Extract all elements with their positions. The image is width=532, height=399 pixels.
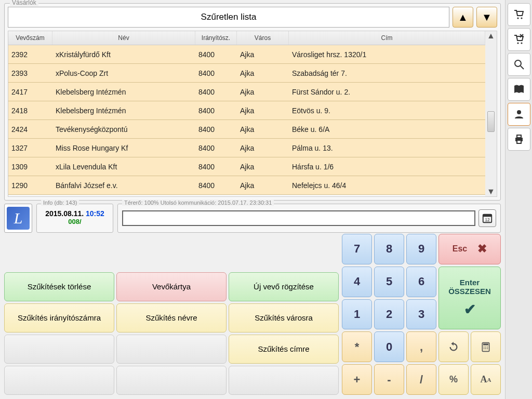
cell-city: Ajka (237, 144, 289, 152)
key-font[interactable]: AA (471, 364, 501, 395)
empty-button-5[interactable] (229, 366, 339, 395)
table-scrollbar[interactable]: ▲ ▼ (485, 31, 497, 196)
cell-zip: 8400 (195, 125, 237, 134)
logo-icon: L (7, 207, 30, 230)
scroll-down-icon[interactable]: ▼ (487, 187, 495, 196)
key-8[interactable]: 8 (374, 234, 404, 264)
col-zip[interactable]: Irányítósz. (195, 31, 237, 45)
svg-point-17 (515, 60, 521, 66)
col-id[interactable]: Vevőszám (8, 31, 52, 45)
calendar-icon: 12 (482, 212, 493, 224)
cell-name: Klebelsberg Intézmén (52, 88, 195, 96)
cart-remove-icon (513, 33, 525, 46)
cart-remove-button[interactable] (508, 28, 530, 51)
scroll-thumb[interactable] (487, 111, 495, 132)
cell-zip: 8400 (195, 163, 237, 171)
scroll-up-icon[interactable]: ▲ (487, 31, 495, 41)
cell-zip: 8400 (195, 50, 237, 59)
cell-id: 2417 (8, 88, 52, 96)
cell-city: Ajka (237, 88, 289, 96)
filter-addr-button[interactable]: Szűkítés címre (229, 335, 339, 364)
table-row[interactable]: 1327Miss Rose Hungary Kf8400AjkaPálma u.… (8, 139, 485, 157)
key-1[interactable]: 1 (342, 299, 372, 330)
key-enter[interactable]: Enter ÖSSZESEN ✔ (438, 267, 501, 330)
customer-card-button[interactable]: Vevőkártya (116, 272, 227, 301)
svg-point-9 (485, 348, 486, 349)
empty-button-1[interactable] (4, 335, 114, 364)
cell-name: xLila Levendula Kft (52, 163, 195, 171)
key-plus[interactable]: + (342, 364, 372, 395)
cell-zip: 8400 (195, 88, 237, 96)
cell-name: xPolus-Coop Zrt (52, 69, 195, 77)
table-row[interactable]: 1290Bánfalvi József e.v.8400AjkaNefelejc… (8, 176, 485, 195)
key-minus[interactable]: - (374, 364, 404, 395)
svg-text:12: 12 (485, 217, 490, 222)
table-row[interactable]: 2418Klebelsberg Intézmén8400AjkaEötvös u… (8, 101, 485, 120)
cell-zip: 8400 (195, 107, 237, 115)
svg-point-12 (521, 17, 522, 19)
signal-box: Térerő: 100% Utolsó kommunikáció: 2015.0… (117, 204, 501, 233)
key-esc[interactable]: Esc✖ (438, 234, 501, 264)
empty-button-4[interactable] (116, 366, 227, 395)
table-row[interactable]: 2393xPolus-Coop Zrt8400AjkaSzabadság tér… (8, 64, 485, 83)
empty-button-3[interactable] (4, 366, 114, 395)
table-row[interactable]: 2417Klebelsberg Intézmén8400AjkaFürst Sá… (8, 83, 485, 101)
filter-city-button[interactable]: Szűkítés városra (229, 303, 339, 332)
print-button[interactable] (508, 128, 530, 151)
filter-zip-button[interactable]: Szűkítés irányítószámra (4, 303, 114, 332)
info-box: Info (db: 143) 2015.08.11. 10:52 008/ (36, 204, 113, 233)
sort-down-button[interactable]: ▼ (476, 7, 497, 28)
book-button[interactable] (508, 78, 530, 101)
cell-addr: Városliget hrsz. 1320/1 (289, 50, 485, 59)
cart-button[interactable] (508, 3, 530, 26)
sort-up-button[interactable]: ▲ (453, 7, 473, 28)
customers-panel: Vásárlók Szűretlen lista ▲ ▼ Vevőszám Né… (4, 3, 501, 201)
key-6[interactable]: 6 (406, 267, 436, 297)
new-customer-button[interactable]: Új vevő rögzítése (229, 272, 339, 301)
cell-addr: Hársfa u. 1/6 (289, 163, 485, 171)
cell-name: xKristályfürdő Kft (52, 50, 195, 59)
col-name[interactable]: Név (52, 31, 195, 45)
key-4[interactable]: 4 (342, 267, 372, 297)
key-0[interactable]: 0 (374, 331, 404, 362)
close-icon: ✖ (477, 242, 487, 256)
key-undo[interactable] (438, 331, 469, 362)
cart-icon (513, 8, 525, 21)
key-3[interactable]: 3 (406, 299, 436, 330)
cell-name: Miss Rose Hungary Kf (52, 144, 195, 152)
col-addr[interactable]: Cím (289, 31, 485, 45)
key-5[interactable]: 5 (374, 267, 404, 297)
svg-line-18 (521, 66, 524, 69)
right-sidebar (505, 0, 532, 399)
filter-name-button[interactable]: Szűkítés névre (116, 303, 227, 332)
filter-title: Szűretlen lista (8, 7, 449, 28)
key-star[interactable]: * (342, 331, 372, 362)
undo-icon (448, 341, 459, 353)
key-2[interactable]: 2 (374, 299, 404, 330)
calendar-button[interactable]: 12 (478, 209, 496, 227)
cell-addr: Eötvös u. 9. (289, 107, 485, 115)
command-input[interactable] (122, 210, 475, 226)
empty-button-2[interactable] (116, 335, 227, 364)
printer-icon (513, 133, 525, 145)
clear-filters-button[interactable]: Szűkítések törlése (4, 272, 114, 301)
key-calc[interactable] (471, 331, 501, 362)
key-slash[interactable]: / (406, 364, 436, 395)
col-city[interactable]: Város (237, 31, 289, 45)
svg-point-5 (484, 347, 485, 348)
info-time: 10:52 (86, 209, 104, 218)
key-9[interactable]: 9 (406, 234, 436, 264)
search-button[interactable] (508, 53, 530, 76)
svg-rect-4 (483, 343, 488, 345)
customer-button[interactable] (508, 103, 530, 126)
cell-city: Ajka (237, 69, 289, 77)
svg-point-8 (484, 348, 485, 349)
signal-legend: Térerő: 100% Utolsó kommunikáció: 2015.0… (122, 200, 274, 206)
table-row[interactable]: 1309xLila Levendula Kft8400AjkaHársfa u.… (8, 157, 485, 176)
key-percent[interactable]: % (438, 364, 469, 395)
table-row[interactable]: 2424Tevékenységközpontú8400AjkaBéke u. 6… (8, 120, 485, 139)
key-comma[interactable]: , (406, 331, 436, 362)
svg-point-11 (517, 17, 518, 19)
key-7[interactable]: 7 (342, 234, 372, 264)
table-row[interactable]: 2392xKristályfürdő Kft8400AjkaVárosliget… (8, 45, 485, 64)
